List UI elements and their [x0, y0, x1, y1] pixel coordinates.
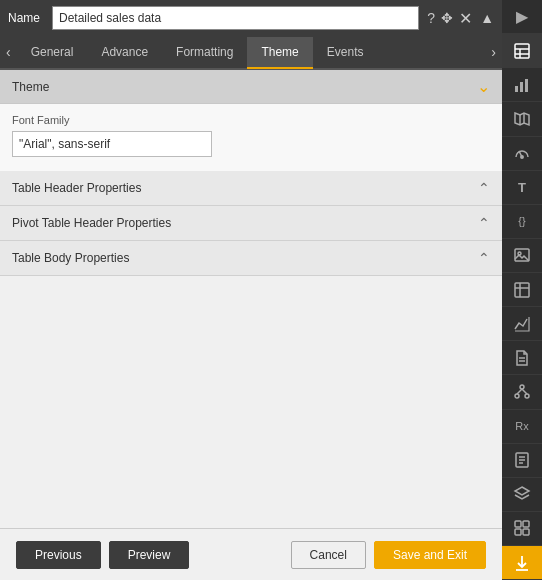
footer-left: Previous Preview — [16, 541, 189, 569]
sidebar-report-icon[interactable] — [502, 444, 542, 478]
table-header-section[interactable]: Table Header Properties ⌃ — [0, 171, 502, 206]
theme-section-header[interactable]: Theme ⌄ — [0, 70, 502, 104]
table-body-section[interactable]: Table Body Properties ⌃ — [0, 241, 502, 276]
theme-section-title: Theme — [12, 80, 49, 94]
table-body-title: Table Body Properties — [12, 251, 129, 265]
preview-button[interactable]: Preview — [109, 541, 190, 569]
svg-point-11 — [521, 156, 523, 158]
name-input[interactable] — [52, 6, 419, 30]
right-sidebar: ▶ T {} — [502, 0, 542, 580]
svg-line-23 — [522, 389, 527, 394]
tab-general[interactable]: General — [17, 37, 88, 69]
svg-rect-4 — [515, 86, 518, 92]
sidebar-download-icon[interactable] — [502, 546, 542, 580]
sidebar-map-icon[interactable] — [502, 102, 542, 136]
theme-section-body: Font Family — [0, 104, 502, 171]
close-icon[interactable]: ✕ — [459, 9, 472, 28]
tab-formatting[interactable]: Formatting — [162, 37, 247, 69]
svg-point-19 — [520, 385, 524, 389]
theme-chevron-icon: ⌄ — [477, 77, 490, 96]
sidebar-layers-icon[interactable] — [502, 478, 542, 512]
sidebar-collapse-icon[interactable]: ▶ — [502, 0, 542, 34]
header-bar: Name ? ✥ ✕ ▲ — [0, 0, 502, 36]
sidebar-pivot-icon[interactable] — [502, 273, 542, 307]
sidebar-file-icon[interactable] — [502, 341, 542, 375]
cancel-button[interactable]: Cancel — [291, 541, 366, 569]
sidebar-text-icon[interactable]: T — [502, 171, 542, 205]
tabs-bar: ‹ General Advance Formatting Theme Event… — [0, 36, 502, 70]
svg-marker-28 — [515, 487, 529, 495]
pivot-header-chevron-icon: ⌃ — [478, 215, 490, 231]
font-family-label: Font Family — [12, 114, 490, 126]
sidebar-bar-chart-icon[interactable] — [502, 68, 542, 102]
sidebar-code-icon[interactable]: {} — [502, 205, 542, 239]
sidebar-network-icon[interactable] — [502, 375, 542, 409]
save-exit-button[interactable]: Save and Exit — [374, 541, 486, 569]
move-icon[interactable]: ✥ — [441, 10, 453, 26]
footer-bar: Previous Preview Cancel Save and Exit — [0, 528, 502, 580]
svg-rect-0 — [515, 44, 529, 58]
svg-rect-14 — [515, 283, 529, 297]
table-header-chevron-icon: ⌃ — [478, 180, 490, 196]
svg-rect-6 — [525, 79, 528, 92]
tab-advance[interactable]: Advance — [87, 37, 162, 69]
sidebar-users-icon[interactable] — [502, 512, 542, 546]
svg-rect-30 — [523, 521, 529, 527]
tab-theme[interactable]: Theme — [247, 37, 312, 69]
svg-rect-5 — [520, 82, 523, 92]
sidebar-image-icon[interactable] — [502, 239, 542, 273]
name-label: Name — [8, 11, 44, 25]
tab-prev-arrow[interactable]: ‹ — [0, 36, 17, 68]
svg-marker-7 — [515, 113, 529, 125]
tab-next-arrow[interactable]: › — [485, 36, 502, 68]
content-area: Theme ⌄ Font Family Table Header Propert… — [0, 70, 502, 528]
svg-rect-29 — [515, 521, 521, 527]
svg-rect-31 — [515, 529, 521, 535]
pivot-header-title: Pivot Table Header Properties — [12, 216, 171, 230]
pivot-header-section[interactable]: Pivot Table Header Properties ⌃ — [0, 206, 502, 241]
table-body-chevron-icon: ⌃ — [478, 250, 490, 266]
sidebar-line-chart-icon[interactable] — [502, 307, 542, 341]
svg-rect-32 — [523, 529, 529, 535]
previous-button[interactable]: Previous — [16, 541, 101, 569]
collapse-panel-icon[interactable]: ▲ — [480, 10, 494, 26]
sidebar-gauge-icon[interactable] — [502, 137, 542, 171]
tab-events[interactable]: Events — [313, 37, 378, 69]
main-panel: Name ? ✥ ✕ ▲ ‹ General Advance Formattin… — [0, 0, 502, 580]
table-header-title: Table Header Properties — [12, 181, 141, 195]
sidebar-table-icon[interactable] — [502, 34, 542, 68]
footer-right: Cancel Save and Exit — [291, 541, 486, 569]
header-icons: ? ✥ ✕ — [427, 9, 472, 28]
svg-line-22 — [517, 389, 522, 394]
svg-point-21 — [525, 394, 529, 398]
font-family-input[interactable] — [12, 131, 212, 157]
sidebar-rx-icon[interactable]: Rx — [502, 410, 542, 444]
svg-point-20 — [515, 394, 519, 398]
help-icon[interactable]: ? — [427, 10, 435, 26]
